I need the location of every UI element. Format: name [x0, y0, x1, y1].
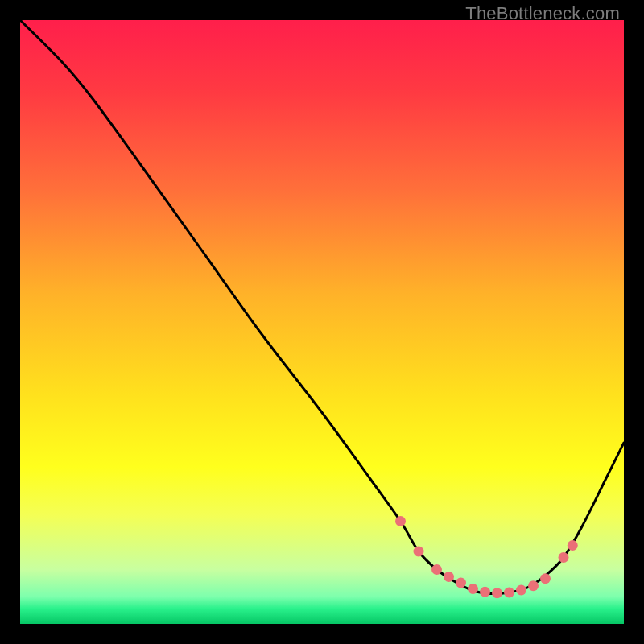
marker-dot	[504, 588, 514, 598]
chart-stage: TheBottleneck.com	[0, 0, 644, 644]
watermark-text: TheBottleneck.com	[465, 3, 620, 24]
curve-layer	[20, 20, 624, 624]
marker-dot	[559, 552, 569, 563]
marker-dot	[540, 573, 551, 584]
marker-dot	[431, 564, 442, 575]
marker-dot	[414, 547, 424, 557]
marker-dot	[516, 585, 526, 596]
marker-dot	[456, 578, 466, 588]
marker-dot	[568, 540, 578, 551]
marker-dot	[480, 587, 490, 597]
marker-dot	[395, 516, 406, 526]
plot-area	[20, 20, 624, 624]
marker-dot	[468, 584, 478, 594]
marker-dot	[444, 572, 454, 582]
marker-dot	[528, 580, 539, 591]
bottleneck-curve	[20, 20, 624, 594]
marker-dot	[492, 588, 502, 598]
